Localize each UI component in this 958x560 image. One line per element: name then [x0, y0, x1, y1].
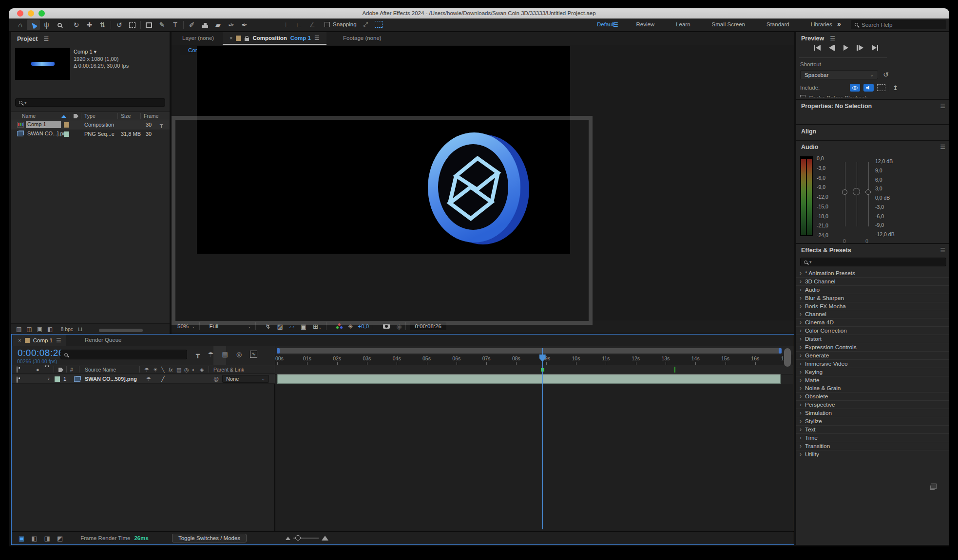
effects-category-simulation[interactable]: ›Simulation — [796, 409, 949, 417]
auto-keyframe-icon[interactable]: ◩ — [57, 535, 63, 542]
item-label-chip[interactable] — [64, 131, 69, 137]
home-icon[interactable]: ⌂ — [14, 19, 27, 30]
exposure-value[interactable]: +0,0 — [358, 323, 369, 329]
motion-blur-switch-icon[interactable]: ◎ — [184, 367, 189, 373]
item-name[interactable]: Comp 1 — [26, 121, 61, 128]
layer-label-chip[interactable] — [55, 376, 60, 382]
effects-category-transition[interactable]: ›Transition — [796, 442, 949, 450]
layer-quality-icon[interactable]: ╱ — [161, 376, 165, 382]
project-scrollbar[interactable] — [99, 329, 143, 332]
column-size[interactable]: Size — [121, 113, 131, 119]
search-help-field[interactable]: Search Help — [851, 20, 946, 29]
close-tab-icon[interactable]: × — [18, 337, 21, 343]
column-source-name[interactable]: Source Name — [85, 367, 116, 373]
viewer-menu-icon[interactable]: ☰ — [314, 35, 320, 41]
timeline-search-input[interactable] — [60, 350, 187, 359]
timeline-vertical-scrollbar[interactable] — [784, 348, 791, 367]
effects-category-generate[interactable]: ›Generate — [796, 352, 949, 360]
draft-3d-icon[interactable]: ◧ — [31, 535, 37, 542]
effects-switch-icon[interactable]: fx — [169, 367, 173, 373]
include-audio-icon[interactable] — [863, 84, 874, 92]
current-time-display[interactable]: 0:00:08:26 — [18, 348, 64, 358]
toggle-switches-modes-button[interactable]: Toggle Switches / Modes — [172, 534, 247, 542]
show-channel-icon[interactable] — [336, 323, 343, 329]
show-snapshot-icon[interactable]: ◉ — [396, 323, 402, 330]
project-panel-menu-icon[interactable]: ☰ — [43, 36, 49, 42]
camera-wireframe-icon[interactable]: ◨ — [44, 535, 50, 542]
parent-pickwhip-icon[interactable]: @ — [213, 376, 219, 382]
layer-shy-icon[interactable]: ☂ — [146, 376, 151, 382]
workspace-tab-small-screen[interactable]: Small Screen — [701, 21, 756, 27]
effects-panel-menu-icon[interactable]: ☰ — [940, 247, 945, 254]
effects-category-color-correction[interactable]: ›Color Correction — [796, 327, 949, 335]
effects-category-obsolete[interactable]: ›Obsolete — [796, 392, 949, 401]
column-name[interactable]: Name — [22, 113, 36, 119]
adjust-exposure-icon[interactable]: ✳ — [348, 323, 353, 330]
zoom-in-icon[interactable] — [322, 536, 328, 541]
workspace-overflow-button[interactable]: » — [837, 20, 841, 28]
zoom-out-icon[interactable] — [286, 537, 290, 540]
effects-category-time[interactable]: ›Time — [796, 434, 949, 442]
workspace-tab-default[interactable]: Default — [586, 21, 625, 27]
adjustment-switch-icon[interactable]: ◐ — [192, 367, 195, 373]
effects-search-input[interactable]: ▾ — [800, 258, 946, 266]
zoom-tool[interactable] — [53, 19, 66, 30]
take-snapshot-icon[interactable] — [383, 324, 390, 329]
layer-visibility-icon[interactable] — [17, 377, 18, 383]
timeline-tab-comp[interactable]: × Comp 1 ☰ — [13, 335, 66, 346]
roto-brush-tool[interactable]: ✑ — [225, 19, 238, 30]
workspace-tab-review[interactable]: Review — [625, 21, 665, 27]
render-queue-tab[interactable]: Render Queue — [85, 337, 121, 343]
live-update-icon[interactable]: ▣ — [19, 535, 24, 542]
workspace-tab-standard[interactable]: Standard — [756, 21, 800, 27]
frame-blending-icon[interactable]: ▤ — [222, 351, 228, 358]
close-tab-icon[interactable]: × — [230, 35, 232, 41]
effects-category-cinema-4d[interactable]: ›Cinema 4D — [796, 318, 949, 327]
effects-category-blur-sharpen[interactable]: ›Blur & Sharpen — [796, 294, 949, 302]
frame-blend-switch-icon[interactable]: ▤ — [176, 367, 181, 373]
snap-angle-icon[interactable]: ⤢ — [364, 21, 368, 28]
workspace-tab-libraries[interactable]: Libraries — [800, 21, 843, 27]
item-label-chip[interactable] — [64, 122, 69, 128]
fast-preview-icon[interactable]: ↯ — [266, 323, 271, 330]
composition-viewport[interactable]: ©Howie Nguyen — [197, 46, 570, 254]
timeline-zoom-slider[interactable] — [286, 536, 328, 541]
threed-switch-icon[interactable]: ◈ — [200, 367, 204, 373]
previous-frame-button[interactable] — [829, 45, 836, 51]
include-video-icon[interactable] — [850, 84, 860, 92]
video-column-icon[interactable] — [17, 367, 18, 373]
audio-panel-menu-icon[interactable]: ☰ — [940, 144, 945, 150]
layer-duration-bar[interactable] — [277, 374, 781, 384]
selection-tool[interactable] — [27, 19, 40, 30]
hand-tool[interactable]: ψ — [40, 19, 53, 30]
tab-composition[interactable]: × Composition Comp 1 ☰ — [223, 32, 326, 45]
effects-category-immersive-video[interactable]: ›Immersive Video — [796, 360, 949, 368]
effects-category-channel[interactable]: ›Channel — [796, 310, 949, 318]
snap-region-icon[interactable] — [375, 21, 383, 28]
quality-switch-icon[interactable]: ╲ — [161, 367, 165, 373]
type-tool[interactable]: T — [169, 19, 182, 30]
last-frame-button[interactable] — [872, 45, 879, 51]
clone-stamp-tool[interactable] — [198, 19, 211, 30]
cache-before-playback-row[interactable]: Cache Before Playback — [800, 95, 867, 97]
local-axis-mode-icon[interactable]: ⊥ — [279, 19, 292, 30]
orbit-camera-tool[interactable]: ↻ — [70, 19, 83, 30]
new-folder-icon[interactable]: ◫ — [26, 326, 32, 333]
effects-category-matte[interactable]: ›Matte — [796, 376, 949, 385]
layer-source-name[interactable]: SWAN CO...509].png — [85, 376, 137, 382]
world-axis-mode-icon[interactable]: ∟ — [292, 19, 306, 30]
play-button[interactable] — [843, 45, 848, 51]
timeline-menu-icon[interactable]: ☰ — [56, 337, 61, 344]
effects-category-expression-controls[interactable]: ›Expression Controls — [796, 343, 949, 352]
tab-footage[interactable]: Footage (none) — [343, 35, 382, 41]
motion-blur-icon[interactable]: ◎ — [236, 351, 242, 358]
effects-category-audio[interactable]: ›Audio — [796, 286, 949, 294]
rotation-tool[interactable]: ↺ — [113, 19, 126, 30]
dolly-camera-tool[interactable]: ⇅ — [96, 19, 109, 30]
effects-category-noise-grain[interactable]: ›Noise & Grain — [796, 384, 949, 392]
magnification-dropdown[interactable]: 50%⌄ — [177, 323, 195, 329]
new-composition-icon[interactable]: ▣ — [37, 326, 42, 333]
graph-editor-icon[interactable]: ∿ — [250, 351, 257, 358]
project-bit-depth[interactable]: 8 bpc — [60, 326, 73, 332]
shy-switch-icon[interactable]: ☂ — [144, 367, 149, 373]
